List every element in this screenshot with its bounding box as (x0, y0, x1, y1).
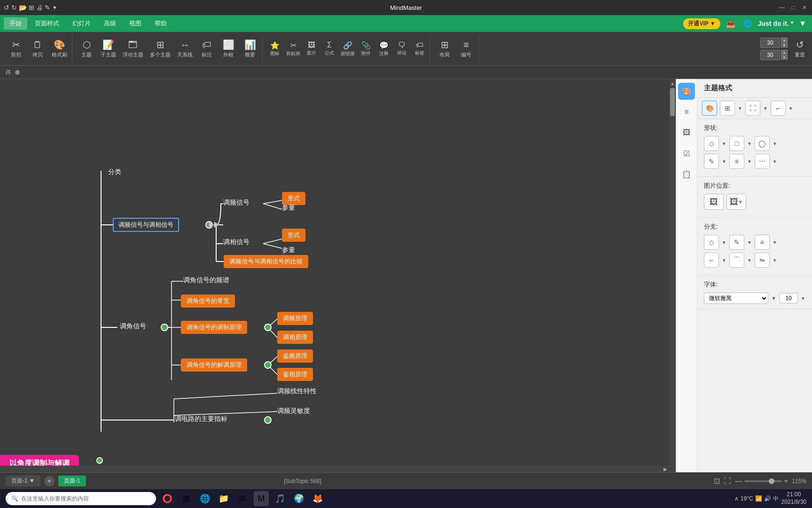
branch-lines-chevron[interactable]: ▼ (773, 240, 777, 245)
font-size-chevron[interactable]: ▼ (801, 296, 805, 301)
panel-format-grid-chevron[interactable]: ▼ (738, 106, 742, 111)
node-fm-param[interactable]: 参量 (282, 203, 295, 212)
node-pm-signal[interactable]: 调相信号 (223, 238, 250, 246)
note-button[interactable]: 💬 注释 (375, 36, 392, 62)
node-freq-disc[interactable]: 鉴频原理 (277, 349, 313, 363)
page-tab-selector[interactable]: 页面-1 ▼ (6, 476, 40, 486)
shape-rect-chevron[interactable]: ▼ (747, 141, 752, 146)
zoom-in-button[interactable]: + (784, 477, 788, 485)
scrollbar-horizontal[interactable]: ▶ (0, 466, 669, 472)
shape-edit-btn[interactable]: ✎ (704, 154, 719, 169)
scroll-right-button[interactable]: ▶ (664, 467, 667, 472)
panel-format-corner-icon[interactable]: ⌐ (771, 101, 786, 116)
branch-diamond-btn[interactable]: ◇ (704, 235, 719, 250)
taskbar-cortana-icon[interactable]: ⭕ (160, 491, 175, 506)
branch-edit-chevron[interactable]: ▼ (747, 240, 752, 245)
node-circuit[interactable]: 调电路的主要指标 (175, 414, 227, 423)
panel-format-corner-chevron[interactable]: ▼ (789, 106, 793, 111)
icon-button[interactable]: ⭐ 图标 (266, 36, 283, 62)
height-input[interactable] (760, 50, 780, 60)
cut-button[interactable]: ✂ 剪切 (6, 36, 26, 62)
side-tab-checkbox[interactable]: ☑ (678, 145, 695, 162)
mind-map-canvas[interactable]: 分类 调频信号与调相信号 调频信号 形式 参量 调相信号 形式 参量 (0, 79, 676, 472)
branch-arrows-btn[interactable]: ⇋ (755, 253, 770, 268)
float-topic-button[interactable]: 🗔 浮动主题 (120, 36, 146, 62)
node-spectrum[interactable]: 调角信号的频谱 (183, 276, 229, 285)
shape-edit-chevron[interactable]: ▼ (722, 159, 726, 164)
node-pm-form[interactable]: 形式 (282, 229, 305, 242)
menu-item-start[interactable]: 开始 (4, 17, 27, 30)
subtopic-button[interactable]: 📝 子主题 (98, 36, 119, 62)
node-angle[interactable]: 调角信号 (120, 322, 146, 331)
font-size-input[interactable] (779, 293, 798, 303)
height-up-button[interactable]: ▲ (781, 50, 788, 55)
shape-lines-btn[interactable]: ≡ (729, 154, 744, 169)
scrollbar-vertical[interactable]: ▲ (669, 79, 676, 472)
node-fm-principle[interactable]: 调频原理 (277, 312, 313, 325)
hyperlink-button[interactable]: 🔗 超链接 (339, 36, 357, 62)
comment-button[interactable]: 🗨 评论 (393, 36, 410, 62)
annotation-button[interactable]: 🏷 标注 (196, 36, 217, 62)
image-pos-left-btn[interactable]: 🖼 (704, 194, 724, 210)
menu-item-help[interactable]: 帮助 (149, 17, 172, 30)
taskbar-app1-icon[interactable]: 🎵 (273, 491, 288, 506)
dropdown-icon[interactable]: ▼ (52, 5, 57, 10)
reset-button[interactable]: ↺ 重置 (791, 36, 808, 62)
shape-diamond-chevron[interactable]: ▼ (722, 141, 726, 146)
multi-topic-button[interactable]: ⊞ 多个主题 (147, 36, 173, 62)
branch-diamond-chevron[interactable]: ▼ (722, 240, 726, 245)
node-demod-principle[interactable]: 调角信号的解调原理 (181, 358, 247, 372)
node-fm-linear[interactable]: 调频线性特性 (277, 387, 317, 396)
node-bandwidth[interactable]: 调角信号的带宽 (181, 294, 235, 308)
taskbar-edge-icon[interactable]: 🌐 (197, 491, 212, 506)
taskbar-app3-icon[interactable]: 🦊 (310, 491, 325, 506)
add-page-button[interactable]: + (44, 476, 55, 486)
zoom-out-button[interactable]: — (735, 477, 742, 485)
open-icon[interactable]: 📂 (19, 4, 27, 11)
formula-button[interactable]: Σ 公式 (321, 36, 338, 62)
node-compare[interactable]: 调频信号与调相信号的比较 (224, 255, 308, 268)
clipart-button[interactable]: ✂ 剪贴画 (284, 36, 302, 62)
vip-button[interactable]: 开通VIP ▼ (683, 18, 720, 29)
taskbar-taskview-icon[interactable]: ⊞ (179, 491, 194, 506)
taskbar-mindmaster-icon[interactable]: M (254, 491, 269, 506)
tag-button[interactable]: 🏷 标签 (411, 36, 428, 62)
shape-circle-btn[interactable]: ◯ (755, 136, 770, 151)
side-tab-format[interactable]: 🎨 (678, 83, 695, 100)
numbering-button[interactable]: ≡ 编号 (456, 36, 476, 62)
node-fm-signal[interactable]: 调频信号 (223, 198, 250, 207)
page-tab-1[interactable]: 页面-1 (58, 476, 86, 486)
save-cloud-icon[interactable]: ⊞ (29, 4, 34, 11)
network-icon[interactable]: 🌐 (741, 18, 754, 29)
taskbar-mail-icon[interactable]: ✉ (235, 491, 250, 506)
layout-button[interactable]: ⊞ 布局 (434, 36, 455, 62)
panel-format-branch-chevron[interactable]: ▼ (763, 106, 768, 111)
branch-arrows-chevron[interactable]: ▼ (773, 258, 777, 263)
just-do-it-label[interactable]: Just do it. * (758, 20, 793, 27)
just-do-it-dropdown[interactable]: ▼ (797, 18, 808, 29)
format-brush-button[interactable]: 🎨 格式刷 (49, 36, 70, 62)
shape-rect-btn[interactable]: □ (729, 136, 744, 151)
close-button[interactable]: ✕ (801, 4, 808, 11)
scroll-thumb[interactable] (670, 88, 675, 116)
width-up-button[interactable]: ▲ (781, 38, 788, 42)
attachment-button[interactable]: 📎 附件 (358, 36, 375, 62)
side-tab-list[interactable]: ≡ (678, 103, 695, 120)
width-input[interactable] (760, 38, 780, 48)
shape-lines-chevron[interactable]: ▼ (747, 159, 752, 164)
menu-item-view[interactable]: 视图 (124, 17, 147, 30)
shape-circle-chevron[interactable]: ▼ (773, 141, 777, 146)
node-phase-disc[interactable]: 鉴相原理 (277, 368, 313, 381)
node-fm-sensitivity[interactable]: 调频灵敏度 (277, 406, 310, 415)
fit-icon[interactable]: ⊡ (714, 476, 720, 485)
zoom-slider[interactable] (744, 480, 782, 482)
taskbar-explorer-icon[interactable]: 📁 (216, 491, 231, 506)
redo-icon[interactable]: ↻ (11, 4, 17, 11)
maximize-button[interactable]: □ (789, 4, 797, 11)
width-down-button[interactable]: ▼ (781, 43, 788, 48)
menu-item-page-style[interactable]: 页面样式 (29, 17, 65, 30)
panel-format-branch-icon[interactable]: ⛶ (745, 101, 760, 116)
share-icon[interactable]: 📤 (724, 18, 737, 29)
side-tab-image[interactable]: 🖼 (678, 124, 695, 141)
fullscreen-icon[interactable]: ⛶ (724, 477, 731, 485)
